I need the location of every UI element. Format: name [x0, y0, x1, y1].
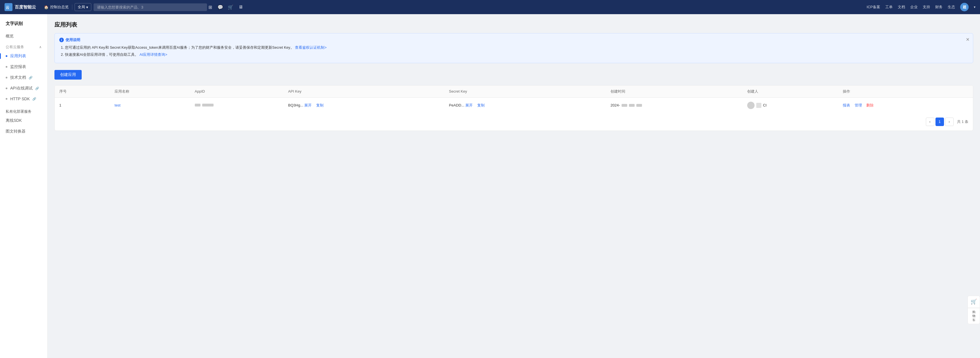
sidebar-label-tech-docs: 技术文档: [10, 75, 26, 80]
sidebar-label-monitor: 监控报表: [10, 64, 26, 70]
info-banner: i 使用说明 您可通过应用的 API Key和 Secret Key获取Acce…: [54, 33, 973, 63]
control-overview[interactable]: 🏠 控制台总览: [41, 5, 72, 10]
float-panel: 🛒 购物车: [967, 296, 980, 324]
nav-docs[interactable]: 文档: [898, 5, 905, 10]
action-report-link[interactable]: 报表: [843, 103, 850, 107]
table-body: 1 test BQ3Hg... 展开: [55, 97, 973, 113]
info-banner-title: 使用说明: [65, 37, 80, 43]
mask-date-3: [636, 104, 642, 107]
app-table: 序号 应用名称 AppID API Key Secret Key 创建时间 创建…: [55, 86, 973, 113]
secretkey-prefix: PeADD...: [449, 103, 465, 107]
sidebar: 文字识别 概览 公有云服务 ∧ 应用列表 监控报表 技术文档 🔗 API在线调试…: [0, 14, 48, 358]
cell-apikey: BQ3Hg... 展开 复制: [283, 97, 444, 113]
cell-appid: [190, 97, 284, 113]
control-label: 控制台总览: [50, 5, 68, 10]
svg-text:云: 云: [6, 5, 10, 10]
nav-ecosystem[interactable]: 生态: [948, 5, 955, 10]
float-btn-cart-label[interactable]: 购物车: [967, 308, 980, 324]
app-name-link[interactable]: test: [115, 103, 121, 107]
sidebar-label-private-deploy: 私有化部署服务: [6, 109, 32, 114]
sidebar-item-api-debug[interactable]: API在线调试 🔗: [0, 83, 47, 94]
table-row: 1 test BQ3Hg... 展开: [55, 97, 973, 113]
sidebar-label-overview: 概览: [6, 34, 14, 39]
secretkey-copy-link[interactable]: 复制: [477, 103, 485, 107]
chevron-down-icon-avatar[interactable]: ▾: [974, 5, 975, 9]
cell-index: 1: [55, 97, 110, 113]
logo-icon: 云: [5, 3, 13, 11]
cell-actions: 报表 管理 删除: [838, 97, 973, 113]
search-input[interactable]: [94, 3, 207, 11]
nav-finance[interactable]: 财务: [935, 5, 943, 10]
apikey-copy-link[interactable]: 复制: [316, 103, 323, 107]
creator-info: Cl: [747, 102, 834, 109]
col-index: 序号: [55, 86, 110, 98]
dot-tech-docs: [6, 77, 7, 78]
info-item-2: 快速搜索AI全部应用详情，可使用自助工具。 AI应用详情查询>: [65, 52, 968, 58]
sidebar-label-app-list: 应用列表: [10, 54, 26, 59]
nav-icp[interactable]: ICP备案: [867, 5, 880, 10]
chevron-down-icon: ▾: [86, 5, 88, 10]
creator-avatar: [747, 102, 754, 109]
close-icon[interactable]: ✕: [966, 37, 969, 42]
brand-name: 百度智能云: [15, 5, 36, 10]
nav-enterprise[interactable]: 企业: [910, 5, 918, 10]
sidebar-item-offline-sdk[interactable]: 离线SDK: [0, 115, 47, 126]
float-btn-order[interactable]: 🛒: [967, 296, 980, 308]
screen-icon[interactable]: 🖥: [238, 4, 244, 10]
info-banner-header: i 使用说明: [59, 37, 968, 43]
nav-ticket[interactable]: 工单: [885, 5, 892, 10]
apikey-expand-link[interactable]: 展开: [304, 103, 312, 107]
external-link-icon-tech-docs: 🔗: [29, 76, 33, 79]
layout: 文字识别 概览 公有云服务 ∧ 应用列表 监控报表 技术文档 🔗 API在线调试…: [0, 14, 980, 358]
app-detail-link[interactable]: AI应用详情查询>: [140, 52, 167, 57]
dot-api-debug: [6, 87, 7, 89]
sidebar-title: 文字识别: [0, 19, 47, 31]
prev-page-button[interactable]: ‹: [926, 117, 934, 126]
sidebar-item-private-deploy[interactable]: 私有化部署服务: [0, 106, 47, 115]
avatar[interactable]: 超: [960, 3, 969, 11]
external-link-icon-api: 🔗: [35, 87, 39, 90]
nav-icon-group: ⊞ 💬 🛒 🖥: [207, 4, 244, 10]
sidebar-group-cloud-label: 公有云服务: [6, 44, 24, 49]
info-item-1: 您可通过应用的 API Key和 Secret Key获取Access_toke…: [65, 45, 968, 51]
auth-link[interactable]: 查看鉴权认证机制>: [295, 45, 327, 49]
col-appid: AppID: [190, 86, 284, 98]
page-1-button[interactable]: 1: [935, 117, 944, 126]
sidebar-item-overview[interactable]: 概览: [0, 31, 47, 42]
sidebar-item-app-list[interactable]: 应用列表: [0, 51, 47, 62]
col-creator: 创建人: [743, 86, 838, 98]
sidebar-label-offline-sdk: 离线SDK: [6, 118, 22, 123]
top-nav: 云 百度智能云 🏠 控制台总览 全局 ▾ ⊞ 💬 🛒 🖥 ICP备案 工单 文档…: [0, 0, 980, 14]
cart-icon[interactable]: 🛒: [228, 4, 234, 10]
pagination: ‹ 1 › 共 1 条: [55, 113, 973, 131]
sidebar-item-http-sdk[interactable]: HTTP SDK 🔗: [0, 94, 47, 104]
active-dot: [6, 55, 7, 57]
col-name: 应用名称: [110, 86, 190, 98]
action-manage-link[interactable]: 管理: [855, 103, 862, 107]
sidebar-item-monitor[interactable]: 监控报表: [0, 62, 47, 72]
table-header: 序号 应用名称 AppID API Key Secret Key 创建时间 创建…: [55, 86, 973, 98]
cell-secretkey: PeADD... 展开 复制: [444, 97, 606, 113]
creator-name: Cl: [763, 103, 767, 107]
grid-icon[interactable]: ⊞: [207, 4, 213, 10]
cell-creator: Cl: [743, 97, 838, 113]
apikey-prefix: BQ3Hg...: [288, 103, 304, 107]
chat-icon[interactable]: 💬: [217, 4, 223, 10]
dot-monitor: [6, 66, 7, 68]
sidebar-item-tech-docs[interactable]: 技术文档 🔗: [0, 72, 47, 83]
mask-appid-1: [195, 104, 200, 106]
scope-selector[interactable]: 全局 ▾: [75, 3, 91, 11]
sidebar-section-private: 私有化部署服务 离线SDK 图文转换器: [0, 106, 47, 137]
logo[interactable]: 云 百度智能云: [5, 3, 36, 11]
nav-support[interactable]: 支持: [923, 5, 930, 10]
sidebar-group-cloud[interactable]: 公有云服务 ∧: [0, 42, 47, 51]
secretkey-expand-link[interactable]: 展开: [465, 103, 473, 107]
creator-doc-icon: [756, 103, 761, 108]
appid-masked: [195, 104, 213, 106]
create-app-button[interactable]: 创建应用: [54, 70, 82, 79]
sidebar-item-doc-converter[interactable]: 图文转换器: [0, 126, 47, 137]
next-page-button[interactable]: ›: [945, 117, 954, 126]
home-icon: 🏠: [44, 5, 48, 10]
mask-date-1: [622, 104, 627, 107]
action-delete-link[interactable]: 删除: [866, 103, 873, 107]
